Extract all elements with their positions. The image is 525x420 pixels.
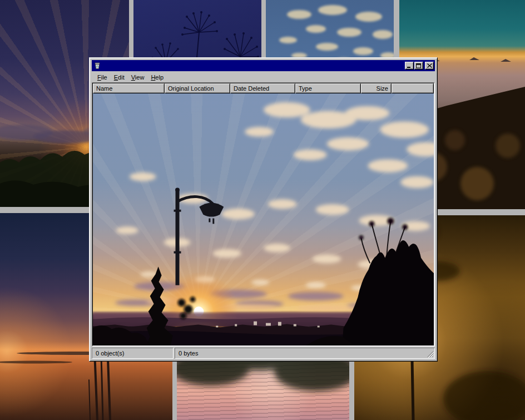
- window-content-photo[interactable]: [93, 93, 434, 345]
- minimize-button[interactable]: [405, 62, 414, 70]
- desktop-background: File Edit View Help Name Original Locati…: [0, 0, 525, 420]
- status-pane-objects: 0 object(s): [92, 348, 174, 359]
- menu-bar: File Edit View Help: [92, 72, 435, 82]
- column-header-row: Name Original Location Date Deleted Type…: [93, 83, 434, 93]
- resize-grip[interactable]: [427, 351, 434, 358]
- menu-item-help[interactable]: Help: [147, 73, 167, 82]
- maximize-button[interactable]: [414, 62, 423, 70]
- column-header-original-location[interactable]: Original Location: [165, 83, 230, 93]
- status-bar: 0 object(s) 0 bytes: [92, 348, 435, 359]
- menu-item-file[interactable]: File: [94, 73, 111, 82]
- close-icon: [427, 63, 432, 68]
- status-pane-bytes: 0 bytes: [175, 348, 435, 359]
- list-view[interactable]: Name Original Location Date Deleted Type…: [92, 83, 434, 346]
- column-header-type[interactable]: Type: [295, 83, 361, 93]
- recycle-bin-window: File Edit View Help Name Original Locati…: [89, 57, 438, 362]
- column-header-date-deleted[interactable]: Date Deleted: [230, 83, 295, 93]
- title-bar[interactable]: [92, 60, 435, 71]
- list-view-frame: Name Original Location Date Deleted Type…: [92, 82, 435, 347]
- menu-item-view[interactable]: View: [128, 73, 148, 82]
- minimize-icon: [407, 63, 412, 68]
- column-header-empty[interactable]: [392, 83, 434, 93]
- menu-item-edit[interactable]: Edit: [111, 73, 128, 82]
- close-button[interactable]: [425, 62, 434, 70]
- recycle-bin-icon: [93, 61, 102, 70]
- maximize-icon: [416, 63, 422, 68]
- column-header-name[interactable]: Name: [93, 83, 165, 93]
- column-header-size[interactable]: Size: [361, 83, 392, 93]
- status-bytes-text: 0 bytes: [179, 350, 198, 357]
- sunset-photo-graphics: [93, 93, 434, 345]
